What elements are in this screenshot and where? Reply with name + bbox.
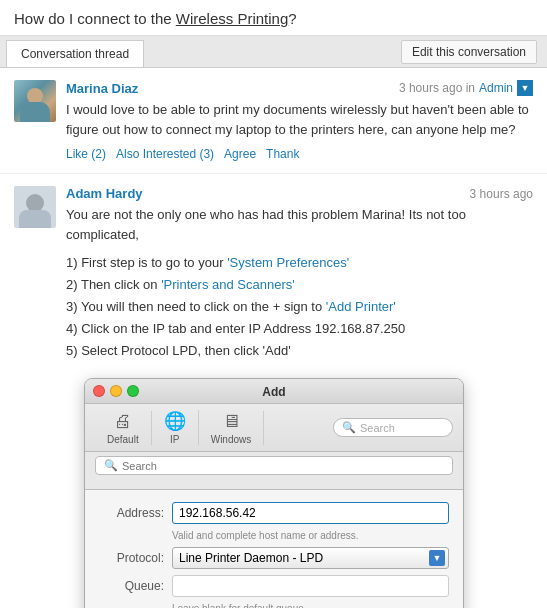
- step-4: 4) Click on the IP tab and enter IP Addr…: [66, 318, 533, 340]
- dropdown-arrow-marina[interactable]: ▼: [517, 80, 533, 96]
- action-like[interactable]: Like (2): [66, 147, 106, 161]
- mac-titlebar: Add: [85, 379, 463, 404]
- step-3: 3) You will then need to click on the + …: [66, 296, 533, 318]
- time-text-adam: 3 hours ago: [470, 187, 533, 201]
- ip-icon: 🌐: [164, 410, 186, 432]
- post-marina: Marina Diaz 3 hours ago in Admin ▼ I wou…: [0, 68, 547, 174]
- protocol-select-wrapper: Line Printer Daemon - LPD ▼: [172, 547, 449, 569]
- action-thank[interactable]: Thank: [266, 147, 299, 161]
- action-also-interested[interactable]: Also Interested (3): [116, 147, 214, 161]
- mac-window-buttons: [93, 385, 139, 397]
- avatar-marina: [14, 80, 56, 122]
- protocol-label: Protocol:: [99, 551, 164, 565]
- mac-dialog-wrapper: Add 🖨 Default 🌐 IP 🖥 Windows: [14, 370, 533, 608]
- mac-maximize-button[interactable]: [127, 385, 139, 397]
- toolbar-default[interactable]: 🖨 Default: [95, 411, 152, 445]
- post-time-marina: 3 hours ago in Admin ▼: [399, 80, 533, 96]
- queue-row: Queue:: [99, 575, 449, 597]
- step-1-highlight: 'System Preferences': [227, 255, 349, 270]
- step-2-highlight: 'Printers and Scanners': [161, 277, 295, 292]
- windows-icon: 🖥: [222, 411, 240, 432]
- protocol-select[interactable]: Line Printer Daemon - LPD: [172, 547, 449, 569]
- search-bar-input[interactable]: [122, 460, 444, 472]
- author-adam[interactable]: Adam Hardy: [66, 186, 143, 201]
- post-time-adam: 3 hours ago: [470, 187, 533, 201]
- mac-dialog: Add 🖨 Default 🌐 IP 🖥 Windows: [84, 378, 464, 608]
- mac-search-bar-row: 🔍: [85, 452, 463, 490]
- search-bar-icon: 🔍: [104, 459, 118, 472]
- post-meta-adam: Adam Hardy 3 hours ago: [66, 186, 533, 201]
- mac-toolbar-search: 🔍 Search: [333, 418, 453, 437]
- post-body-marina: I would love to be able to print my docu…: [66, 100, 533, 139]
- protocol-row: Protocol: Line Printer Daemon - LPD ▼: [99, 547, 449, 569]
- step-3-highlight: 'Add Printer': [326, 299, 396, 314]
- mac-toolbar: 🖨 Default 🌐 IP 🖥 Windows 🔍 Search: [85, 404, 463, 452]
- post-actions-marina: Like (2) Also Interested (3) Agree Thank: [66, 147, 533, 161]
- toolbar-default-label: Default: [107, 434, 139, 445]
- toolbar-ip-label: IP: [170, 434, 179, 445]
- step-1: 1) First step is to go to your 'System P…: [66, 252, 533, 274]
- mac-search-bar[interactable]: 🔍: [95, 456, 453, 475]
- address-row: Address:: [99, 502, 449, 524]
- edit-conversation-button[interactable]: Edit this conversation: [401, 40, 537, 64]
- author-marina[interactable]: Marina Diaz: [66, 81, 138, 96]
- step-5: 5) Select Protocol LPD, then click 'Add': [66, 340, 533, 362]
- conversation-area: Marina Diaz 3 hours ago in Admin ▼ I wou…: [0, 68, 547, 608]
- default-icon: 🖨: [114, 411, 132, 432]
- post-meta-marina: Marina Diaz 3 hours ago in Admin ▼: [66, 80, 533, 96]
- tab-bar: Conversation thread Edit this conversati…: [0, 36, 547, 68]
- action-agree[interactable]: Agree: [224, 147, 256, 161]
- mac-dialog-body: Address: Valid and complete host name or…: [85, 490, 463, 608]
- queue-hint: Leave blank for default queue.: [172, 603, 449, 608]
- avatar-adam: [14, 186, 56, 228]
- post-adam-header-row: Adam Hardy 3 hours ago You are not the o…: [14, 186, 533, 370]
- tab-conversation-thread[interactable]: Conversation thread: [6, 40, 144, 67]
- post-content-marina: Marina Diaz 3 hours ago in Admin ▼ I wou…: [66, 80, 533, 161]
- mac-minimize-button[interactable]: [110, 385, 122, 397]
- post-adam: Adam Hardy 3 hours ago You are not the o…: [0, 174, 547, 608]
- toolbar-windows[interactable]: 🖥 Windows: [199, 411, 265, 445]
- step-2: 2) Then click on 'Printers and Scanners': [66, 274, 533, 296]
- avatar-adam-inner: [14, 186, 56, 228]
- queue-input[interactable]: [172, 575, 449, 597]
- mac-close-button[interactable]: [93, 385, 105, 397]
- address-input[interactable]: [172, 502, 449, 524]
- search-placeholder: Search: [360, 422, 395, 434]
- queue-label: Queue:: [99, 579, 164, 593]
- toolbar-windows-label: Windows: [211, 434, 252, 445]
- search-icon: 🔍: [342, 421, 356, 434]
- post-body-adam-intro: You are not the only one who has had thi…: [66, 205, 533, 244]
- post-content-adam: Adam Hardy 3 hours ago You are not the o…: [66, 186, 533, 370]
- admin-link[interactable]: Admin: [479, 81, 513, 95]
- mac-dialog-title: Add: [262, 385, 285, 399]
- address-hint: Valid and complete host name or address.: [172, 530, 449, 541]
- page-header: How do I connect to the Wireless Printin…: [0, 0, 547, 36]
- toolbar-ip[interactable]: 🌐 IP: [152, 410, 199, 445]
- page-title: How do I connect to the Wireless Printin…: [14, 10, 533, 27]
- time-text-marina: 3 hours ago in: [399, 81, 475, 95]
- step-list: 1) First step is to go to your 'System P…: [66, 252, 533, 362]
- address-label: Address:: [99, 506, 164, 520]
